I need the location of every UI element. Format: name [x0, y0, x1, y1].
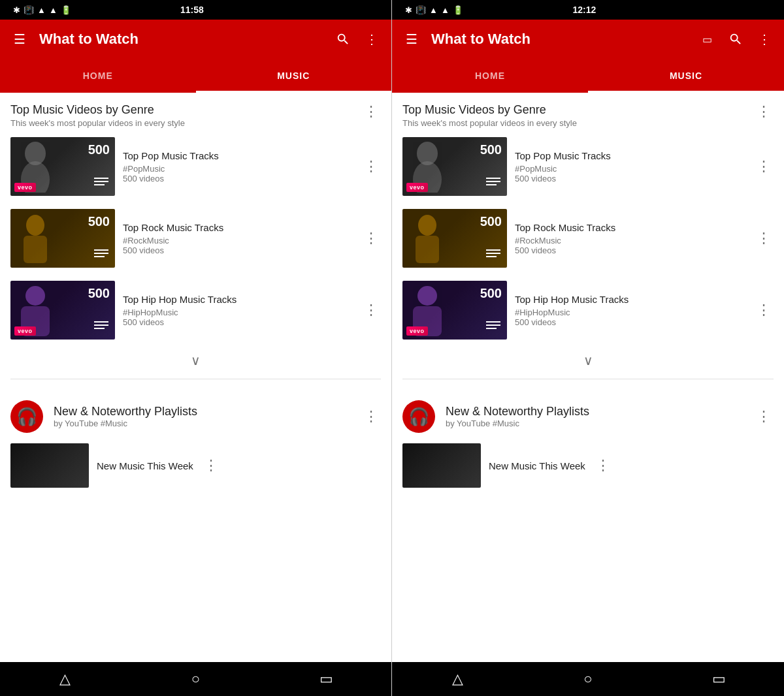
right-hiphop-info: Top Hip Hop Music Tracks #HipHopMusic 50… [515, 293, 746, 327]
right-section-genre: Top Music Videos by Genre This week's mo… [392, 93, 784, 379]
right-mini-title: New Music This Week [489, 460, 585, 471]
right-rock-info: Top Rock Music Tracks #RockMusic 500 vid… [515, 221, 746, 255]
left-pop-hashtag: #PopMusic [123, 164, 353, 174]
right-tab-home[interactable]: HOME [392, 59, 588, 93]
right-hiphop-title: Top Hip Hop Music Tracks [515, 293, 746, 306]
left-nav-back[interactable]: △ [46, 671, 85, 688]
right-tab-bar: HOME MUSIC [392, 59, 784, 93]
left-clock: 11:58 [180, 5, 204, 15]
left-hiphop-more[interactable]: ⋮ [361, 302, 381, 319]
svg-point-8 [418, 215, 436, 236]
right-bottom-nav: △ ○ ▭ [392, 662, 784, 696]
left-noteworthy-header: 🎧 New & Noteworthy Playlists by YouTube … [0, 390, 391, 438]
right-mini-more[interactable]: ⋮ [593, 457, 613, 474]
left-pop-info: Top Pop Music Tracks #PopMusic 500 video… [123, 150, 353, 183]
right-section-genre-more[interactable]: ⋮ [754, 103, 774, 120]
right-nav-back[interactable]: △ [438, 671, 477, 688]
main-container: ✱ 📳 ▲ ▲ 🔋 11:58 ☰ What to Watch ⋮ HOME M… [0, 0, 784, 696]
left-noteworthy-text: New & Noteworthy Playlists by YouTube #M… [54, 405, 351, 428]
right-video-pop: 500 vevo Top Pop Music Tracks #PopMusic … [392, 131, 784, 202]
left-menu-button[interactable]: ☰ [10, 30, 29, 48]
right-wifi-icon: ▲ [429, 5, 438, 15]
right-menu-button[interactable]: ☰ [402, 30, 421, 48]
right-section-title-block: Top Music Videos by Genre This week's mo… [402, 103, 754, 128]
right-pop-video-count: 500 videos [515, 174, 746, 183]
left-rock-title: Top Rock Music Tracks [123, 221, 353, 234]
left-thumb-rock[interactable]: 500 [10, 209, 115, 268]
left-noteworthy-more[interactable]: ⋮ [361, 408, 381, 425]
left-tab-home[interactable]: HOME [0, 59, 196, 93]
left-tab-music[interactable]: MUSIC [196, 59, 392, 93]
left-mini-thumb[interactable] [10, 443, 89, 488]
left-noteworthy-title: New & Noteworthy Playlists [54, 405, 351, 419]
left-more-button[interactable]: ⋮ [363, 30, 381, 48]
left-section-genre: Top Music Videos by Genre This week's mo… [0, 93, 391, 379]
right-signal-icon: ▲ [441, 5, 449, 15]
right-search-button[interactable] [727, 30, 745, 48]
left-expand-button[interactable]: ∨ [191, 353, 201, 368]
left-pop-vevo: vevo [14, 183, 36, 192]
right-pop-more[interactable]: ⋮ [754, 158, 774, 175]
right-noteworthy-icon: 🎧 [402, 400, 435, 433]
left-nav-recents[interactable]: ▭ [306, 671, 346, 688]
right-expand-button[interactable]: ∨ [583, 353, 593, 368]
left-rock-hashtag: #RockMusic [123, 236, 353, 245]
left-section-noteworthy: 🎧 New & Noteworthy Playlists by YouTube … [0, 379, 391, 493]
left-hiphop-video-count: 500 videos [123, 317, 353, 327]
right-video-rock: 500 Top Rock Music Tracks #RockMusic 500… [392, 202, 784, 274]
left-hiphop-title: Top Hip Hop Music Tracks [123, 293, 353, 306]
right-app-bar: ☰ What to Watch ▭ ⋮ [392, 20, 784, 59]
left-noteworthy-sub: by YouTube #Music [54, 419, 351, 428]
left-app-title: What to Watch [39, 31, 323, 48]
left-rock-more[interactable]: ⋮ [361, 230, 381, 247]
left-hiphop-lines [94, 321, 108, 329]
left-tab-bar: HOME MUSIC [0, 59, 391, 93]
right-nav-home[interactable]: ○ [568, 671, 608, 688]
left-status-icons: ✱ 📳 ▲ ▲ 🔋 [13, 5, 71, 15]
left-pop-more[interactable]: ⋮ [361, 158, 381, 175]
right-expand-row: ∨ [392, 346, 784, 379]
right-pop-count: 500 [480, 142, 502, 157]
right-app-title: What to Watch [431, 31, 687, 48]
left-video-pop: 500 vevo Top Pop Music Tracks #PopMusic … [0, 131, 391, 202]
left-content: Top Music Videos by Genre This week's mo… [0, 93, 391, 662]
right-section-noteworthy: 🎧 New & Noteworthy Playlists by YouTube … [392, 379, 784, 493]
svg-point-4 [25, 286, 45, 306]
bluetooth-icon: ✱ [13, 5, 20, 15]
right-pop-info: Top Pop Music Tracks #PopMusic 500 video… [515, 150, 746, 183]
left-thumb-pop[interactable]: 500 vevo [10, 137, 115, 196]
right-noteworthy-more[interactable]: ⋮ [754, 408, 774, 425]
right-clock: 12:12 [572, 5, 596, 15]
right-mini-thumb[interactable] [402, 443, 481, 488]
right-pop-vevo: vevo [406, 183, 428, 192]
right-noteworthy-text: New & Noteworthy Playlists by YouTube #M… [446, 405, 743, 428]
left-section-genre-more[interactable]: ⋮ [361, 103, 381, 120]
right-hiphop-vevo: vevo [406, 326, 428, 336]
left-nav-home[interactable]: ○ [176, 671, 215, 688]
right-rock-hashtag: #RockMusic [515, 236, 746, 245]
left-search-button[interactable] [334, 30, 352, 48]
right-thumb-rock[interactable]: 500 [402, 209, 507, 268]
right-rock-more[interactable]: ⋮ [754, 230, 774, 247]
right-hiphop-more[interactable]: ⋮ [754, 302, 774, 319]
right-thumb-hiphop[interactable]: 500 vevo [402, 281, 507, 340]
right-pop-lines [486, 178, 500, 185]
right-nav-recents[interactable]: ▭ [699, 671, 738, 688]
left-hiphop-count: 500 [88, 286, 110, 301]
right-section-genre-subtitle: This week's most popular videos in every… [402, 118, 754, 128]
right-noteworthy-sub: by YouTube #Music [446, 419, 743, 428]
left-pop-title: Top Pop Music Tracks [123, 150, 353, 163]
left-rock-lines [94, 249, 108, 257]
left-headphone-icon: 🎧 [16, 407, 37, 427]
right-more-button[interactable]: ⋮ [755, 30, 774, 48]
left-mini-more[interactable]: ⋮ [201, 457, 221, 474]
left-rock-video-count: 500 videos [123, 245, 353, 255]
left-thumb-hiphop[interactable]: 500 vevo [10, 281, 115, 340]
right-rock-title: Top Rock Music Tracks [515, 221, 746, 234]
left-noteworthy-icon: 🎧 [10, 400, 43, 433]
right-tab-music[interactable]: MUSIC [588, 59, 784, 93]
right-cast-button[interactable]: ▭ [698, 30, 716, 48]
left-section-genre-subtitle: This week's most popular videos in every… [10, 118, 361, 128]
left-phone-screen: ✱ 📳 ▲ ▲ 🔋 11:58 ☰ What to Watch ⋮ HOME M… [0, 0, 392, 696]
right-thumb-pop[interactable]: 500 vevo [402, 137, 507, 196]
